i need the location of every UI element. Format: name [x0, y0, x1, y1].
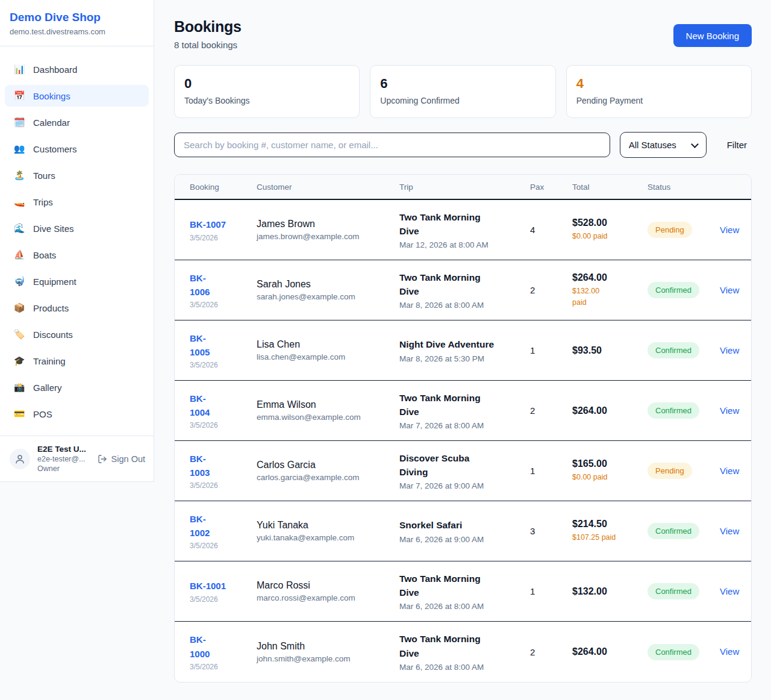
action-cell: View [720, 466, 746, 477]
sidebar-item-pos[interactable]: 💳 POS [5, 403, 149, 425]
booking-id-link[interactable]: BK-1001 [190, 579, 249, 593]
trip-datetime: Mar 7, 2026 at 8:00 AM [399, 421, 523, 430]
sidebar-item-gallery[interactable]: 📸 Gallery [5, 377, 149, 398]
sidebar-item-trips[interactable]: 🚤 Trips [5, 191, 149, 213]
view-link[interactable]: View [720, 646, 739, 657]
booking-id-link[interactable]: BK-1007 [190, 217, 249, 231]
sidebar-item-boats[interactable]: ⛵ Boats [5, 244, 149, 266]
sidebar-item-discounts[interactable]: 🏷️ Discounts [5, 323, 149, 345]
sidebar-item-customers[interactable]: 👥 Customers [5, 138, 149, 160]
booking-cell: BK- 1004 3/5/2026 [190, 392, 257, 430]
status-cell: Confirmed [648, 282, 720, 298]
trip-cell: Two Tank Morning Dive Mar 12, 2026 at 8:… [399, 210, 530, 250]
status-cell: Confirmed [648, 402, 720, 419]
customer-email: marco.rossi@example.com [257, 593, 392, 602]
sidebar: Demo Dive Shop demo.test.divestreams.com… [0, 0, 154, 482]
user-name: E2E Test U... [37, 445, 90, 454]
customer-name: Emma Wilson [257, 399, 392, 410]
column-header: Customer [257, 183, 399, 192]
sidebar-item-training[interactable]: 🎓 Training [5, 350, 149, 372]
view-link[interactable]: View [720, 586, 739, 596]
view-link[interactable]: View [720, 345, 739, 355]
booking-date: 3/5/2026 [190, 361, 249, 369]
search-input[interactable] [174, 133, 610, 157]
customer-cell: Lisa Chen lisa.chen@example.com [257, 339, 399, 361]
booking-date: 3/5/2026 [190, 234, 249, 242]
customer-name: James Brown [257, 219, 392, 230]
sidebar-item-label: POS [33, 409, 52, 419]
page-subtitle: 8 total bookings [174, 40, 242, 50]
sign-out-button[interactable]: Sign Out [98, 454, 145, 464]
trip-name: Night Dive Adventure [399, 337, 523, 351]
booking-cell: BK- 1005 3/5/2026 [190, 331, 257, 370]
action-cell: View [720, 225, 746, 236]
sidebar-item-dive-sites[interactable]: 🌊 Dive Sites [5, 217, 149, 239]
sidebar-item-label: Boats [33, 250, 56, 260]
sidebar-item-label: Bookings [33, 91, 70, 101]
sidebar-item-label: Calendar [33, 117, 70, 128]
booking-id-link[interactable]: BK- 1003 [190, 452, 249, 480]
trip-cell: Night Dive Adventure Mar 8, 2026 at 5:30… [399, 337, 530, 363]
customer-email: emma.wilson@example.com [257, 413, 392, 422]
booking-cell: BK- 1006 3/5/2026 [190, 271, 257, 310]
trip-cell: Snorkel Safari Mar 6, 2026 at 9:00 AM [399, 518, 530, 543]
customer-name: Yuki Tanaka [257, 520, 392, 531]
table-row: BK- 1005 3/5/2026 Lisa Chen lisa.chen@ex… [175, 320, 751, 381]
booking-id-link[interactable]: BK- 1002 [190, 512, 249, 540]
status-badge: Confirmed [648, 523, 699, 539]
customer-email: yuki.tanaka@example.com [257, 533, 392, 542]
sidebar-item-calendar[interactable]: 🗓️ Calendar [5, 111, 149, 133]
pax-cell: 2 [530, 285, 572, 295]
action-cell: View [720, 526, 746, 537]
stat-value: 0 [184, 76, 349, 92]
view-link[interactable]: View [720, 225, 739, 235]
trip-datetime: Mar 12, 2026 at 8:00 AM [399, 240, 523, 249]
sidebar-item-label: Trips [33, 197, 53, 207]
paid-amount: $132.00 paid [572, 286, 640, 308]
sidebar-item-products[interactable]: 📦 Products [5, 297, 149, 319]
graduation-cap-icon: 🎓 [13, 355, 25, 366]
sidebar-item-equipment[interactable]: 🤿 Equipment [5, 270, 149, 292]
status-select[interactable]: All Statuses [620, 132, 707, 158]
table-body: BK-1007 3/5/2026 James Brown james.brown… [175, 200, 751, 682]
user-info: E2E Test U... e2e-tester@... Owner [37, 445, 90, 473]
pax-cell: 2 [530, 405, 572, 416]
booking-id-link[interactable]: BK- 1006 [190, 271, 249, 299]
pax-cell: 2 [530, 647, 572, 657]
sidebar-item-bookings[interactable]: 📅 Bookings [5, 85, 149, 107]
booking-id-link[interactable]: BK- 1004 [190, 392, 249, 420]
view-link[interactable]: View [720, 405, 739, 416]
view-link[interactable]: View [720, 526, 739, 536]
view-link[interactable]: View [720, 285, 739, 295]
stat-label: Pending Payment [576, 96, 741, 105]
total-cell: $214.50 $107.25 paid [572, 519, 648, 543]
new-booking-button[interactable]: New Booking [673, 24, 752, 47]
booking-id-link[interactable]: BK- 1000 [190, 633, 249, 661]
filter-button[interactable]: Filter [722, 136, 752, 154]
total-cell: $528.00 $0.00 paid [572, 217, 648, 242]
sidebar-item-label: Customers [33, 144, 77, 154]
diving-mask-icon: 🤿 [13, 276, 25, 287]
total-amount: $264.00 [572, 272, 640, 283]
sidebar-item-dashboard[interactable]: 📊 Dashboard [5, 58, 149, 80]
trip-cell: Two Tank Morning Dive Mar 6, 2026 at 8:0… [399, 632, 530, 672]
total-cell: $165.00 $0.00 paid [572, 458, 648, 483]
status-cell: Confirmed [648, 523, 720, 539]
total-amount: $165.00 [572, 458, 640, 469]
pax-cell: 4 [530, 225, 572, 235]
table-row: BK- 1003 3/5/2026 Carlos Garcia carlos.g… [175, 441, 751, 501]
sidebar-item-label: Products [33, 303, 69, 313]
trip-name: Two Tank Morning Dive [399, 270, 523, 299]
table-row: BK- 1000 3/5/2026 John Smith john.smith@… [175, 622, 751, 682]
total-cell: $264.00 $132.00 paid [572, 272, 648, 308]
pax-cell: 1 [530, 345, 572, 355]
view-link[interactable]: View [720, 466, 739, 476]
pax-cell: 1 [530, 586, 572, 596]
total-amount: $264.00 [572, 646, 640, 657]
island-icon: 🏝️ [13, 170, 25, 181]
sidebar-item-label: Tours [33, 170, 55, 181]
booking-id-link[interactable]: BK- 1005 [190, 331, 249, 360]
sidebar-item-tours[interactable]: 🏝️ Tours [5, 164, 149, 186]
page-title: Bookings [174, 18, 242, 36]
status-select-wrap: All Statuses [620, 132, 707, 158]
